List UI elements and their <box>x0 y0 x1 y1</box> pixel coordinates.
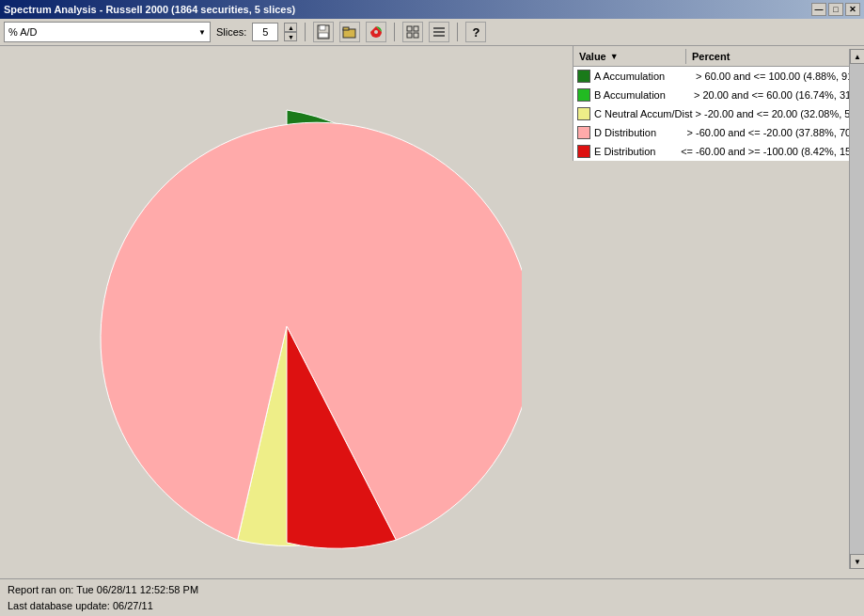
dropdown-arrow-icon: ▼ <box>198 28 206 37</box>
legend-label: E Distribution <box>594 146 678 157</box>
legend-range: > 20.00 and <= 60.00 (16.74%, 312) <box>691 89 860 101</box>
legend-color <box>577 70 590 83</box>
toolbar: % A/D ▼ Slices: ▲ ▼ <box>0 19 864 46</box>
slices-input[interactable] <box>252 23 278 41</box>
legend-row[interactable]: A Accumulation > 60.00 and <= 100.00 (4.… <box>573 67 864 86</box>
title-bar: Spectrum Analysis - Russell 2000 (1864 s… <box>0 0 864 19</box>
spin-up-button[interactable]: ▲ <box>284 23 297 32</box>
help-button[interactable]: ? <box>465 22 486 42</box>
legend-label: C Neutral Accum/Dist <box>594 108 693 119</box>
legend-range: > -60.00 and <= -20.00 (37.88%, 706) <box>684 127 860 138</box>
slices-label: Slices: <box>216 26 246 38</box>
minimize-button[interactable]: — <box>811 3 826 16</box>
legend-range: <= -60.00 and >= -100.00 (8.42%, 157) <box>678 146 860 157</box>
legend-range: > -20.00 and <= 20.00 (32.08%, 598) <box>693 108 864 119</box>
legend-panel: Value ▼ Percent A Accumulation > 60.00 a… <box>573 46 864 161</box>
grid-button[interactable] <box>402 22 423 42</box>
slices-spinner: ▲ ▼ <box>284 23 297 41</box>
legend-range: > 60.00 and <= 100.00 (4.88%, 91) <box>693 71 856 82</box>
scroll-down-button[interactable]: ▼ <box>850 554 864 569</box>
legend-color <box>577 145 590 158</box>
scroll-up-button[interactable]: ▲ <box>850 49 864 64</box>
status-bar: Report ran on: Tue 06/28/11 12:52:58 PM … <box>0 578 864 616</box>
window-body: % A/D ▼ Slices: ▲ ▼ <box>0 19 864 616</box>
pie-chart <box>52 72 522 552</box>
svg-rect-2 <box>319 33 328 38</box>
svg-point-5 <box>374 30 378 34</box>
report-ran-value: Tue 06/28/11 12:52:58 PM <box>76 584 198 595</box>
separator-1 <box>305 23 306 41</box>
scrollbar: ▲ ▼ <box>849 49 864 569</box>
svg-rect-4 <box>343 27 349 30</box>
dropdown-value: % A/D <box>8 26 38 38</box>
columns-button[interactable] <box>429 22 449 42</box>
legend-color <box>577 107 590 120</box>
save-button[interactable] <box>313 22 334 42</box>
title-bar-buttons: — □ ✕ <box>811 3 860 16</box>
svg-rect-9 <box>414 33 418 38</box>
legend-row[interactable]: D Distribution > -60.00 and <= -20.00 (3… <box>573 123 864 142</box>
legend-header: Value ▼ Percent <box>573 46 864 67</box>
svg-rect-8 <box>407 33 412 38</box>
scroll-track <box>850 64 864 554</box>
chart-toggle-button[interactable] <box>366 22 386 42</box>
svg-rect-6 <box>407 26 412 31</box>
report-ran-line: Report ran on: Tue 06/28/11 12:52:58 PM <box>8 582 856 598</box>
last-db-label: Last database update: <box>8 600 110 611</box>
main-area: Value ▼ Percent A Accumulation > 60.00 a… <box>0 46 864 578</box>
last-db-value: 06/27/11 <box>113 600 153 611</box>
legend-row[interactable]: C Neutral Accum/Dist > -20.00 and <= 20.… <box>573 104 864 123</box>
legend-rows: A Accumulation > 60.00 and <= 100.00 (4.… <box>573 67 864 161</box>
separator-2 <box>394 23 395 41</box>
legend-label: B Accumulation <box>594 89 691 101</box>
legend-label: D Distribution <box>594 127 684 138</box>
legend-color <box>577 88 590 102</box>
right-panel: Value ▼ Percent A Accumulation > 60.00 a… <box>573 46 864 578</box>
sort-icon: ▼ <box>610 52 619 61</box>
legend-label: A Accumulation <box>594 71 693 82</box>
help-icon: ? <box>472 25 479 39</box>
legend-row[interactable]: B Accumulation > 20.00 and <= 60.00 (16.… <box>573 86 864 104</box>
close-button[interactable]: ✕ <box>845 3 860 16</box>
col-value-header: Value ▼ <box>573 49 686 64</box>
col-percent-header: Percent <box>686 49 735 64</box>
svg-rect-1 <box>320 25 325 30</box>
indicator-dropdown[interactable]: % A/D ▼ <box>4 22 211 42</box>
legend-row[interactable]: E Distribution <= -60.00 and >= -100.00 … <box>573 142 864 161</box>
spin-down-button[interactable]: ▼ <box>284 32 297 41</box>
separator-3 <box>457 23 458 41</box>
last-db-line: Last database update: 06/27/11 <box>8 598 856 614</box>
open-button[interactable] <box>339 22 360 42</box>
title-text: Spectrum Analysis - Russell 2000 (1864 s… <box>4 4 295 15</box>
legend-color <box>577 126 590 139</box>
report-ran-label: Report ran on: <box>8 584 73 595</box>
maximize-button[interactable]: □ <box>828 3 843 16</box>
svg-rect-7 <box>414 26 418 31</box>
chart-area <box>0 46 573 578</box>
